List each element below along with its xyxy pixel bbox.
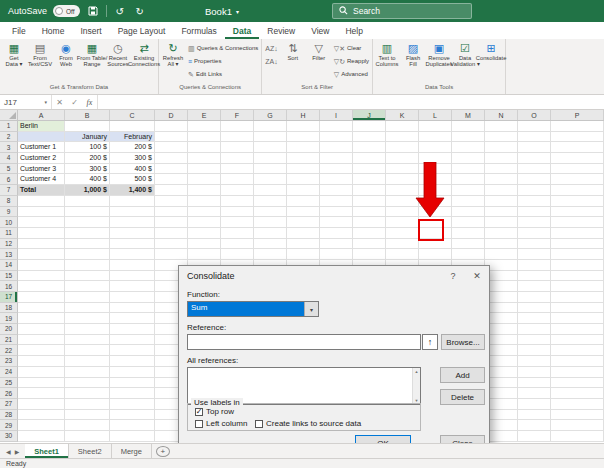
- reference-input[interactable]: [187, 334, 421, 350]
- cell-B30[interactable]: [65, 431, 110, 442]
- cell-A13[interactable]: [18, 249, 65, 260]
- save-icon[interactable]: [86, 4, 100, 18]
- cancel-entry-icon[interactable]: ✕: [52, 95, 67, 109]
- cell-G1[interactable]: [254, 121, 287, 132]
- queries-connections-button[interactable]: ▥Queries & Connections: [186, 42, 260, 54]
- sort-button[interactable]: ⇅Sort: [280, 40, 306, 84]
- cell-B14[interactable]: [65, 260, 110, 271]
- cell-A14[interactable]: [18, 260, 65, 271]
- cell-G13[interactable]: [254, 249, 287, 260]
- sheet-tab-sheet2[interactable]: Sheet2: [69, 444, 112, 458]
- cell-P30[interactable]: [551, 431, 604, 442]
- cell-B25[interactable]: [65, 378, 110, 389]
- cell-P21[interactable]: [551, 335, 604, 346]
- cell-I2[interactable]: [320, 132, 353, 143]
- cell-G9[interactable]: [254, 207, 287, 218]
- cell-A15[interactable]: [18, 271, 65, 282]
- cell-D10[interactable]: [155, 217, 188, 228]
- cell-E6[interactable]: [188, 174, 221, 185]
- cell-G3[interactable]: [254, 142, 287, 153]
- row-header-3[interactable]: 3: [0, 142, 18, 153]
- cell-O15[interactable]: [518, 271, 551, 282]
- cell-B12[interactable]: [65, 239, 110, 250]
- cell-I11[interactable]: [320, 228, 353, 239]
- cell-I8[interactable]: [320, 196, 353, 207]
- cell-M13[interactable]: [452, 249, 485, 260]
- cell-B15[interactable]: [65, 271, 110, 282]
- cell-P8[interactable]: [551, 196, 604, 207]
- column-header-P[interactable]: P: [551, 110, 604, 120]
- row-header-26[interactable]: 26: [0, 388, 18, 399]
- ribbon-tab-data[interactable]: Data: [225, 22, 259, 39]
- column-header-N[interactable]: N: [485, 110, 518, 120]
- cell-I5[interactable]: [320, 164, 353, 175]
- close-button[interactable]: Close: [440, 435, 485, 443]
- remove-duplicates-button[interactable]: ▣RemoveDuplicates: [426, 40, 452, 84]
- cell-G5[interactable]: [254, 164, 287, 175]
- cell-B26[interactable]: [65, 388, 110, 399]
- cell-C24[interactable]: [110, 367, 155, 378]
- cell-N12[interactable]: [485, 239, 518, 250]
- cell-C29[interactable]: [110, 420, 155, 431]
- cell-C15[interactable]: [110, 271, 155, 282]
- cell-P5[interactable]: [551, 164, 604, 175]
- cell-N1[interactable]: [485, 121, 518, 132]
- cell-E2[interactable]: [188, 132, 221, 143]
- cell-M2[interactable]: [452, 132, 485, 143]
- cell-G12[interactable]: [254, 239, 287, 250]
- cell-P9[interactable]: [551, 207, 604, 218]
- cell-J8[interactable]: [353, 196, 386, 207]
- cell-N2[interactable]: [485, 132, 518, 143]
- cell-C5[interactable]: 400 $: [110, 164, 155, 175]
- cell-L1[interactable]: [419, 121, 452, 132]
- cell-O13[interactable]: [518, 249, 551, 260]
- row-header-28[interactable]: 28: [0, 410, 18, 421]
- top-row-checkbox[interactable]: ✓ Top row: [195, 407, 234, 416]
- cell-A21[interactable]: [18, 335, 65, 346]
- cell-O25[interactable]: [518, 378, 551, 389]
- dialog-help-button[interactable]: ?: [441, 266, 465, 286]
- row-header-7[interactable]: 7: [0, 185, 18, 196]
- cell-A27[interactable]: [18, 399, 65, 410]
- cell-N8[interactable]: [485, 196, 518, 207]
- cell-O24[interactable]: [518, 367, 551, 378]
- cell-E1[interactable]: [188, 121, 221, 132]
- cell-N13[interactable]: [485, 249, 518, 260]
- cell-O8[interactable]: [518, 196, 551, 207]
- cell-I13[interactable]: [320, 249, 353, 260]
- cell-J5[interactable]: [353, 164, 386, 175]
- left-column-checkbox[interactable]: Left column: [195, 419, 247, 428]
- cell-A7[interactable]: Total: [18, 185, 65, 196]
- cell-B5[interactable]: 300 $: [65, 164, 110, 175]
- cell-C25[interactable]: [110, 378, 155, 389]
- row-header-17[interactable]: 17: [0, 292, 18, 303]
- column-header-A[interactable]: A: [18, 110, 65, 120]
- cell-O22[interactable]: [518, 345, 551, 356]
- cell-I10[interactable]: [320, 217, 353, 228]
- cell-O17[interactable]: [518, 292, 551, 303]
- cell-F6[interactable]: [221, 174, 254, 185]
- scroll-up-icon[interactable]: ▲: [415, 369, 419, 374]
- cell-P17[interactable]: [551, 292, 604, 303]
- cell-B8[interactable]: [65, 196, 110, 207]
- cell-B17[interactable]: [65, 292, 110, 303]
- cell-K11[interactable]: [386, 228, 419, 239]
- ribbon-tab-formulas[interactable]: Formulas: [173, 22, 224, 39]
- cell-D1[interactable]: [155, 121, 188, 132]
- cell-H6[interactable]: [287, 174, 320, 185]
- cell-N9[interactable]: [485, 207, 518, 218]
- cell-B29[interactable]: [65, 420, 110, 431]
- cell-C12[interactable]: [110, 239, 155, 250]
- row-header-24[interactable]: 24: [0, 367, 18, 378]
- cell-F12[interactable]: [221, 239, 254, 250]
- flash-fill-button[interactable]: ▨FlashFill: [400, 40, 426, 84]
- cell-E4[interactable]: [188, 153, 221, 164]
- cell-I6[interactable]: [320, 174, 353, 185]
- get-data-button[interactable]: ▦GetData ▾: [1, 40, 27, 84]
- undo-icon[interactable]: ↺: [113, 4, 127, 18]
- cell-P18[interactable]: [551, 303, 604, 314]
- cell-C13[interactable]: [110, 249, 155, 260]
- cell-O12[interactable]: [518, 239, 551, 250]
- cell-A25[interactable]: [18, 378, 65, 389]
- cell-C26[interactable]: [110, 388, 155, 399]
